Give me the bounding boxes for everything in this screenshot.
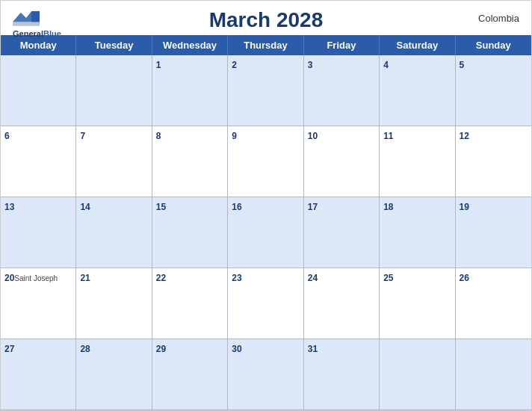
day-number: 8 (156, 131, 161, 141)
event-label: Saint Joseph (14, 274, 58, 282)
day-number: 10 (308, 131, 318, 141)
calendar-header: GeneralBlue March 2028 Colombia (1, 1, 531, 35)
day-cell (380, 339, 455, 410)
logo: GeneralBlue (13, 8, 61, 40)
day-number: 7 (80, 131, 85, 141)
day-number: 28 (80, 344, 90, 354)
day-number: 21 (80, 273, 90, 283)
day-cell: 30 (228, 339, 303, 410)
day-header-tuesday: Tuesday (76, 35, 152, 55)
day-number: 26 (460, 273, 469, 283)
day-number: 17 (308, 202, 318, 212)
day-cell: 11 (380, 126, 455, 197)
day-cell: 28 (76, 339, 152, 410)
day-number: 31 (308, 344, 318, 354)
day-cell: 27 (1, 339, 76, 410)
svg-marker-1 (31, 11, 40, 22)
day-number: 5 (460, 60, 465, 70)
day-cell: 4 (380, 55, 455, 126)
logo-blue-text: Blue (43, 29, 61, 38)
day-cell: 5 (456, 55, 531, 126)
month-title: March 2028 (209, 8, 324, 32)
day-cell (1, 55, 76, 126)
day-cell (76, 55, 152, 126)
day-cell: 25 (380, 268, 455, 339)
day-number: 14 (80, 202, 90, 212)
day-cell: 21 (76, 268, 152, 339)
day-number: 23 (232, 273, 241, 283)
day-number: 9 (232, 131, 237, 141)
day-number: 19 (460, 202, 469, 212)
day-number: 30 (232, 344, 241, 354)
day-number: 1 (156, 60, 161, 70)
day-number: 13 (4, 202, 14, 212)
day-number: 29 (156, 344, 166, 354)
day-number: 4 (383, 60, 389, 70)
day-cell: 22 (152, 268, 228, 339)
day-number: 16 (232, 202, 241, 212)
day-cell: 26 (456, 268, 531, 339)
day-cell: 2 (228, 55, 303, 126)
logo-icon (13, 8, 40, 26)
day-cell: 17 (304, 197, 380, 268)
day-number: 22 (156, 273, 166, 283)
day-cell: 20Saint Joseph (1, 268, 76, 339)
country-label: Colombia (478, 13, 519, 24)
day-cell: 15 (152, 197, 228, 268)
day-cell: 9 (228, 126, 303, 197)
day-header-sunday: Sunday (456, 35, 531, 55)
day-number: 6 (4, 131, 10, 141)
day-header-friday: Friday (304, 35, 380, 55)
calendar-grid: 1234567891011121314151617181920Saint Jos… (1, 55, 531, 410)
day-headers: Monday Tuesday Wednesday Thursday Friday… (1, 35, 531, 55)
day-cell: 6 (1, 126, 76, 197)
day-number: 25 (383, 273, 393, 283)
day-number: 11 (383, 131, 393, 141)
day-cell: 23 (228, 268, 303, 339)
day-number: 2 (232, 60, 237, 70)
day-cell: 13 (1, 197, 76, 268)
day-cell: 31 (304, 339, 380, 410)
day-number: 12 (460, 131, 469, 141)
logo-general: General (13, 29, 43, 38)
day-cell: 8 (152, 126, 228, 197)
day-cell: 24 (304, 268, 380, 339)
day-cell: 10 (304, 126, 380, 197)
day-cell: 3 (304, 55, 380, 126)
calendar: GeneralBlue March 2028 Colombia Monday T… (0, 0, 532, 411)
day-number: 3 (308, 60, 313, 70)
svg-marker-2 (13, 22, 40, 25)
day-cell: 1 (152, 55, 228, 126)
day-cell: 18 (380, 197, 455, 268)
day-cell: 14 (76, 197, 152, 268)
day-number: 27 (4, 344, 14, 354)
day-cell: 19 (456, 197, 531, 268)
day-cell: 29 (152, 339, 228, 410)
day-header-saturday: Saturday (380, 35, 455, 55)
day-number: 20 (4, 273, 14, 283)
day-number: 15 (156, 202, 166, 212)
day-header-wednesday: Wednesday (152, 35, 228, 55)
day-number: 18 (383, 202, 393, 212)
day-cell: 12 (456, 126, 531, 197)
day-header-thursday: Thursday (228, 35, 303, 55)
day-cell: 16 (228, 197, 303, 268)
day-cell: 7 (76, 126, 152, 197)
day-cell (456, 339, 531, 410)
day-number: 24 (308, 273, 318, 283)
